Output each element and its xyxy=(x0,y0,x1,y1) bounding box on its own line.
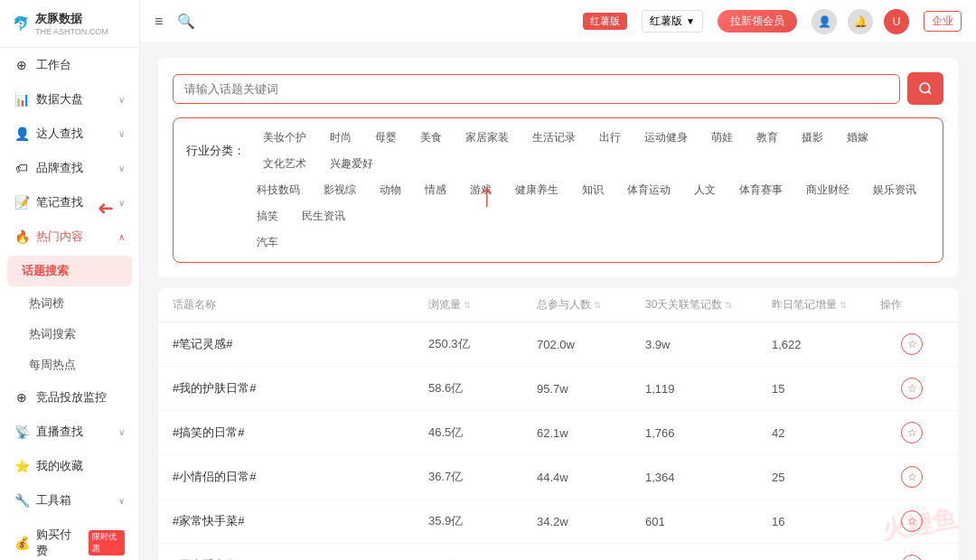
sidebar-item-note-search[interactable]: 📝 笔记查找 ∨ xyxy=(0,185,139,219)
cat-car[interactable]: 汽车 xyxy=(248,232,287,253)
cat-entertainment[interactable]: 娱乐资讯 xyxy=(864,180,925,201)
category-filter-section: 行业分类： 美妆个护 时尚 母婴 美食 家居家装 生活记录 出行 运动健身 萌娃… xyxy=(173,117,943,263)
cat-sports[interactable]: 运动健身 xyxy=(635,127,697,148)
cat-travel[interactable]: 出行 xyxy=(590,127,630,148)
sidebar-item-brand-search[interactable]: 🏷 品牌查找 ∨ xyxy=(0,151,139,185)
col-yesterday[interactable]: 昨日笔记增量 ⇅ xyxy=(772,297,880,313)
avatar-2[interactable]: 🔔 xyxy=(848,9,873,34)
star-button[interactable]: ☆ xyxy=(901,378,923,399)
table-header: 话题名称 浏览量 ⇅ 总参与人数 ⇅ 30天关联笔记数 ⇅ 昨日笔记增量 ⇅ xyxy=(158,288,958,322)
cat-life[interactable]: 生活记录 xyxy=(523,127,585,148)
star-button[interactable]: ☆ xyxy=(901,510,923,532)
cat-hobby[interactable]: 兴趣爱好 xyxy=(321,154,382,174)
cat-funny[interactable]: 搞笑 xyxy=(248,206,287,227)
table-row: #家常快手菜# 35.9亿 34.2w 601 16 ☆ xyxy=(158,499,958,544)
header: ≡ 🔍 红薯版 红薯版 ▼ 拉新领会员 👤 🔔 U 企业 xyxy=(140,0,976,43)
cat-finance[interactable]: 商业财经 xyxy=(797,180,859,201)
fire-icon: 🔥 xyxy=(14,229,29,244)
star-button[interactable]: ☆ xyxy=(901,333,923,355)
cat-beauty[interactable]: 美妆个护 xyxy=(254,127,315,148)
topic-search-input[interactable] xyxy=(173,74,900,104)
cat-humanities[interactable]: 人文 xyxy=(685,180,725,201)
person-icon: 👤 xyxy=(14,126,29,141)
cat-tech[interactable]: 科技数码 xyxy=(248,180,309,201)
views-cell: 46.5亿 xyxy=(428,425,537,441)
menu-icon[interactable]: ≡ xyxy=(155,14,163,30)
version-badge: 红薯版 xyxy=(583,13,627,30)
yesterday-cell: 15 xyxy=(772,382,880,396)
yesterday-cell: 25 xyxy=(772,471,880,484)
table-row: #小情侣的日常# 36.7亿 44.4w 1,364 25 ☆ xyxy=(158,455,958,499)
cat-sport2[interactable]: 体育运动 xyxy=(618,180,680,201)
sidebar-item-weekly-hot[interactable]: 每周热点 xyxy=(0,350,139,380)
category-tags-row3: 汽车 xyxy=(248,232,287,253)
cat-knowledge[interactable]: 知识 xyxy=(573,180,613,201)
notes30d-cell: 1,364 xyxy=(645,471,772,484)
category-row-1: 行业分类： 美妆个护 时尚 母婴 美食 家居家装 生活记录 出行 运动健身 萌娃… xyxy=(186,127,930,174)
purchase-icon: 💰 xyxy=(14,536,29,550)
sidebar-item-topic-search[interactable]: 话题搜索 xyxy=(7,256,132,286)
content-area: 行业分类： 美妆个护 时尚 母婴 美食 家居家装 生活记录 出行 运动健身 萌娃… xyxy=(140,43,976,560)
topic-name-cell: #我的护肤日常# xyxy=(173,380,428,397)
hot-content-submenu: 话题搜索 热词榜 热词搜索 每周热点 xyxy=(0,256,139,380)
category-tags-row2: 科技数码 影视综 动物 情感 游戏 健康养生 知识 体育运动 人文 体育赛事 商… xyxy=(248,180,930,227)
cat-animal[interactable]: 动物 xyxy=(371,180,410,201)
header-search-icon[interactable]: 🔍 xyxy=(177,13,195,30)
sidebar: 🐬 灰豚数据 THE ASHTON.COM ⊕ 工作台 📊 数据大盘 ∨ 👤 达… xyxy=(0,0,140,560)
cat-emotion[interactable]: 情感 xyxy=(416,180,455,201)
sidebar-item-toolbox[interactable]: 🔧 工具箱 ∨ xyxy=(0,483,139,518)
sidebar-item-my-collection[interactable]: ⭐ 我的收藏 xyxy=(0,449,139,483)
cat-health[interactable]: 健康养生 xyxy=(506,180,568,201)
sidebar-item-competitor[interactable]: ⊕ 竞品投放监控 xyxy=(0,380,139,415)
version-selector[interactable]: 红薯版 ▼ xyxy=(642,10,703,33)
views-cell: 36.7亿 xyxy=(428,469,537,485)
cat-civil[interactable]: 民生资讯 xyxy=(293,206,354,227)
cat-baby[interactable]: 母婴 xyxy=(366,127,406,148)
sort-icon-participants: ⇅ xyxy=(594,300,601,310)
cat-film[interactable]: 影视综 xyxy=(314,180,365,201)
sidebar-item-hot-rank[interactable]: 热词榜 xyxy=(0,288,139,319)
cat-photo[interactable]: 摄影 xyxy=(793,127,832,148)
enterprise-button[interactable]: 企业 xyxy=(924,11,962,32)
cat-fashion[interactable]: 时尚 xyxy=(321,127,361,148)
star-button[interactable]: ☆ xyxy=(901,422,923,443)
sidebar-item-talent-search[interactable]: 👤 达人查找 ∨ xyxy=(0,117,139,151)
cat-cute[interactable]: 萌娃 xyxy=(702,127,742,148)
sidebar-item-workbench[interactable]: ⊕ 工作台 xyxy=(0,48,139,82)
col-notes30d[interactable]: 30天关联笔记数 ⇅ xyxy=(645,297,772,313)
views-cell: 250.3亿 xyxy=(428,336,537,352)
sidebar-item-purchase[interactable]: 💰 购买付费 限时优惠 xyxy=(0,518,139,560)
col-views[interactable]: 浏览量 ⇅ xyxy=(428,297,537,313)
sidebar-item-data-overview[interactable]: 📊 数据大盘 ∨ xyxy=(0,82,139,117)
star-button[interactable]: ☆ xyxy=(901,466,923,488)
sidebar-item-live-search[interactable]: 📡 直播查找 ∨ xyxy=(0,415,139,449)
col-participants[interactable]: 总参与人数 ⇅ xyxy=(537,297,645,313)
table-rows: #笔记灵感# 250.3亿 702.0w 3.9w 1,622 ☆ #我的护肤日… xyxy=(158,322,958,560)
topic-name-cell: #小情侣的日常# xyxy=(173,469,428,485)
cat-food[interactable]: 美食 xyxy=(411,127,451,148)
upgrade-button[interactable]: 拉新领会员 xyxy=(718,10,797,33)
search-submit-button[interactable] xyxy=(907,72,943,105)
tool-icon: 🔧 xyxy=(14,493,29,508)
sidebar-item-hot-search[interactable]: 热词搜索 xyxy=(0,319,139,350)
notes30d-cell: 3.9w xyxy=(645,338,772,351)
cat-home[interactable]: 家居家装 xyxy=(456,127,518,148)
avatar-1[interactable]: 👤 xyxy=(812,9,837,34)
sidebar-item-hot-content[interactable]: 🔥 热门内容 ∧ xyxy=(0,219,139,254)
chevron-down-icon: ∧ xyxy=(118,232,125,242)
limited-badge: 限时优惠 xyxy=(89,530,125,555)
sort-icon-views: ⇅ xyxy=(464,300,471,310)
sidebar-logo: 🐬 灰豚数据 THE ASHTON.COM xyxy=(0,0,139,48)
chevron-icon: ∨ xyxy=(118,163,125,173)
star-button[interactable]: ☆ xyxy=(901,555,923,560)
cat-events[interactable]: 体育赛事 xyxy=(730,180,792,201)
avatar-user[interactable]: U xyxy=(884,9,909,34)
cat-education[interactable]: 教育 xyxy=(747,127,787,148)
topic-table: 话题名称 浏览量 ⇅ 总参与人数 ⇅ 30天关联笔记数 ⇅ 昨日笔记增量 ⇅ xyxy=(158,288,958,560)
views-cell: 35.9亿 xyxy=(428,513,537,529)
workbench-icon: ⊕ xyxy=(14,58,29,72)
cat-culture[interactable]: 文化艺术 xyxy=(254,154,315,174)
cat-wedding[interactable]: 婚嫁 xyxy=(838,127,877,148)
chart-icon: 📊 xyxy=(14,92,29,107)
cat-game[interactable]: 游戏 xyxy=(461,180,501,201)
